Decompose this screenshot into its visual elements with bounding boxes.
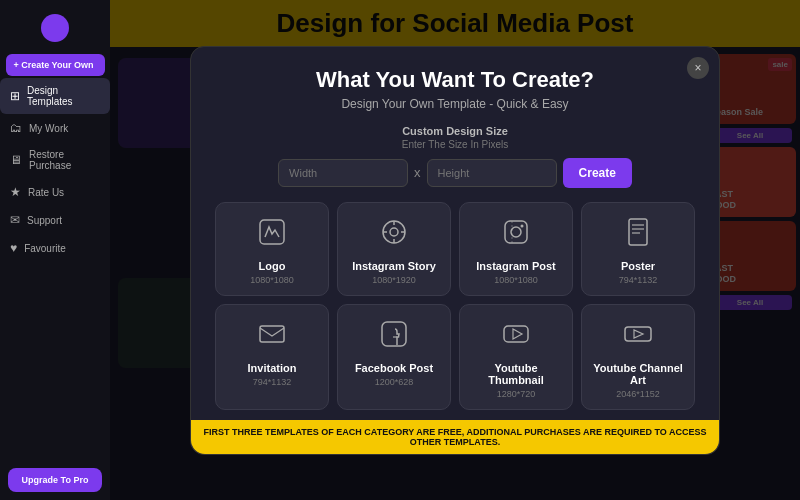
modal: × What You Want To Create? Design Your O… (190, 46, 720, 455)
notice-text: FIRST THREE TEMPLATES OF EACH CATEGORY A… (203, 427, 706, 447)
sidebar-item-design-templates[interactable]: ⊞ Design Templates (0, 78, 110, 114)
width-input[interactable] (278, 159, 408, 187)
facebook-post-name: Facebook Post (355, 362, 433, 374)
svg-rect-11 (629, 219, 647, 245)
sidebar-item-rate-us[interactable]: ★ Rate Us (0, 178, 110, 206)
youtube-channel-art-size: 2046*1152 (616, 389, 660, 399)
template-card-instagram-story[interactable]: Instagram Story 1080*1920 (337, 202, 451, 296)
size-separator: x (414, 165, 421, 180)
poster-name: Poster (621, 260, 655, 272)
instagram-story-size: 1080*1920 (372, 275, 416, 285)
logo-template-size: 1080*1080 (250, 275, 294, 285)
template-card-youtube-thumbnail[interactable]: Youtube Thumbnail 1280*720 (459, 304, 573, 410)
instagram-story-icon (379, 217, 409, 254)
sidebar-item-restore-purchase[interactable]: 🖥 Restore Purchase (0, 142, 110, 178)
folder-icon: 🗂 (10, 121, 22, 135)
invitation-size: 794*1132 (253, 377, 292, 387)
sidebar-label-my-work: My Work (29, 123, 68, 134)
svg-point-9 (521, 224, 524, 227)
template-card-poster[interactable]: Poster 794*1132 (581, 202, 695, 296)
monitor-icon: 🖥 (10, 153, 22, 167)
template-card-instagram-post[interactable]: Instagram Post 1080*1080 (459, 202, 573, 296)
mail-icon: ✉ (10, 213, 20, 227)
youtube-thumbnail-name: Youtube Thumbnail (468, 362, 564, 386)
custom-size-row: x Create (215, 158, 695, 188)
custom-size-hint: Enter The Size In Pixels (215, 139, 695, 150)
modal-notice: FIRST THREE TEMPLATES OF EACH CATEGORY A… (191, 420, 719, 454)
svg-rect-16 (382, 322, 406, 346)
facebook-post-size: 1200*628 (375, 377, 414, 387)
instagram-post-name: Instagram Post (476, 260, 555, 272)
svg-marker-21 (634, 330, 643, 338)
youtube-thumbnail-size: 1280*720 (497, 389, 536, 399)
instagram-post-size: 1080*1080 (494, 275, 538, 285)
template-grid: Logo 1080*1080 Instagra (215, 202, 695, 410)
main-content: Design for Social Media Post sale Season… (110, 0, 800, 500)
template-card-invitation[interactable]: Invitation 794*1132 (215, 304, 329, 410)
poster-size: 794*1132 (619, 275, 658, 285)
template-card-logo[interactable]: Logo 1080*1080 (215, 202, 329, 296)
modal-title: What You Want To Create? (215, 67, 695, 93)
template-card-facebook-post[interactable]: Facebook Post 1200*628 (337, 304, 451, 410)
modal-close-button[interactable]: × (687, 57, 709, 79)
invitation-icon (257, 319, 287, 356)
logo-template-icon (257, 217, 287, 254)
sidebar-logo (0, 8, 110, 52)
star-icon: ★ (10, 185, 21, 199)
sidebar-item-my-work[interactable]: 🗂 My Work (0, 114, 110, 142)
height-input[interactable] (427, 159, 557, 187)
grid-icon: ⊞ (10, 89, 20, 103)
template-card-youtube-channel-art[interactable]: Youtube Channel Art 2046*1152 (581, 304, 695, 410)
custom-create-button[interactable]: Create (563, 158, 632, 188)
upgrade-label: Upgrade To Pro (22, 475, 89, 485)
youtube-channel-art-name: Youtube Channel Art (590, 362, 686, 386)
youtube-thumbnail-icon (501, 319, 531, 356)
modal-overlay: × What You Want To Create? Design Your O… (110, 0, 800, 500)
sidebar-label-design-templates: Design Templates (27, 85, 100, 107)
svg-rect-15 (260, 326, 284, 342)
sidebar: + Create Your Own ⊞ Design Templates 🗂 M… (0, 0, 110, 500)
sidebar-label-restore: Restore Purchase (29, 149, 100, 171)
svg-rect-0 (260, 220, 284, 244)
invitation-name: Invitation (248, 362, 297, 374)
svg-point-8 (511, 227, 521, 237)
sidebar-label-favourite: Favourite (24, 243, 66, 254)
sidebar-bottom: Upgrade To Pro (0, 460, 110, 500)
svg-marker-19 (513, 329, 522, 339)
logo-icon (41, 14, 69, 42)
svg-rect-20 (625, 327, 651, 341)
modal-subtitle: Design Your Own Template - Quick & Easy (215, 97, 695, 111)
instagram-post-icon (501, 217, 531, 254)
close-icon: × (694, 61, 701, 75)
instagram-story-name: Instagram Story (352, 260, 436, 272)
upgrade-button[interactable]: Upgrade To Pro (8, 468, 102, 492)
create-button[interactable]: + Create Your Own (6, 54, 105, 76)
facebook-post-icon (379, 319, 409, 356)
sidebar-item-favourite[interactable]: ♥ Favourite (0, 234, 110, 262)
logo-template-name: Logo (259, 260, 286, 272)
svg-rect-18 (504, 326, 528, 342)
create-button-label: + Create Your Own (14, 60, 94, 70)
custom-size-label: Custom Design Size (215, 125, 695, 137)
heart-icon: ♥ (10, 241, 17, 255)
youtube-channel-art-icon (623, 319, 653, 356)
sidebar-item-support[interactable]: ✉ Support (0, 206, 110, 234)
poster-icon (623, 217, 653, 254)
svg-rect-7 (505, 221, 527, 243)
sidebar-label-rate: Rate Us (28, 187, 64, 198)
svg-point-2 (390, 228, 398, 236)
sidebar-label-support: Support (27, 215, 62, 226)
